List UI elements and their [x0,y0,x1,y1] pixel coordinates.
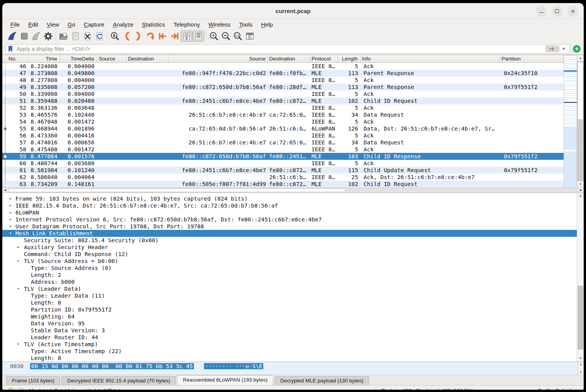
collapsed-arrow-icon[interactable]: ▸ [9,223,12,230]
column-header-length[interactable]: Length [338,55,360,62]
expanded-arrow-icon[interactable]: ▾ [17,341,20,348]
detail-line[interactable]: ▾TLV (Source Address = b0:00) [2,258,577,265]
menu-view[interactable]: View [42,20,63,28]
zoom-in-button[interactable] [208,30,220,42]
scroll-up-icon[interactable]: ▲ [580,363,581,366]
minimize-button[interactable] [536,6,547,17]
packet-row-54[interactable]: 548.4670480.001472IEEE 8…5Ack [2,118,564,125]
go-last-button[interactable] [168,30,180,42]
packet-list-scrollbar-thumb[interactable] [578,62,583,120]
reload-file-button[interactable] [93,30,105,42]
zoom-out-button[interactable] [220,30,232,42]
titlebar[interactable]: current.pcap ✕ [2,3,584,19]
bytes-pane-scrollbar[interactable]: ▲▼ [578,362,584,375]
status-profile[interactable]: Profile: Default [538,388,572,390]
capture-comment-icon[interactable] [18,388,24,390]
detail-line[interactable]: Data Version: 95 [2,320,577,327]
column-header-time[interactable]: Time [28,55,60,62]
maximize-button[interactable] [552,6,562,17]
byte-view-tab[interactable]: Frame (103 bytes) [6,376,60,385]
detail-line[interactable]: ▾TLV (Active Timestamp) [2,341,577,348]
capture-options-button[interactable] [42,30,54,42]
menu-tools[interactable]: Tools [235,20,257,28]
detail-line[interactable]: Partition ID: 0x79f551f2 [2,306,577,313]
display-filter-field[interactable]: ▼ [5,44,570,54]
detail-line[interactable]: ▾Mesh Link Establishment [2,230,577,237]
byte-view-tab[interactable]: Reassembled 6LoWPAN (193 bytes) [177,375,273,385]
packet-row-52[interactable]: 528.3631360.003648IEEE 8…5Ack [2,104,564,111]
go-to-packet-button[interactable] [145,30,157,42]
restart-capture-button[interactable] [30,30,42,42]
expanded-arrow-icon[interactable]: ▾ [17,285,20,292]
menu-edit[interactable]: Edit [24,20,42,28]
menu-telephony[interactable]: Telephony [169,20,204,28]
packet-row-46[interactable]: 468.2240080.004000IEEE 8…5Ack [2,63,564,70]
zoom-original-button[interactable]: 1:1 [232,30,244,42]
menu-capture[interactable]: Capture [79,20,108,28]
byte-view-tab[interactable]: Decrypted MLE payload (130 bytes) [274,376,369,385]
packet-row-48[interactable]: 488.2778080.004000IEEE 8…5Ack [2,77,564,84]
scroll-down-icon[interactable]: ▼ [577,181,584,188]
detail-line[interactable]: Length: 2 [2,271,577,278]
detail-line[interactable]: ▸IEEE 802.15.4 Data, Dst: 26:51:c6:b7:e8… [2,202,577,209]
hscrollbar-thumb[interactable] [8,188,345,192]
details-scrollbar-thumb[interactable] [578,286,583,350]
details-scrollbar[interactable]: ▲ ▼ [577,193,584,362]
detail-line[interactable]: ▸Internet Protocol Version 6, Src: fe80:… [2,216,577,223]
column-header-destination[interactable]: Destination [126,55,169,62]
packet-row-51[interactable]: 518.3594880.020480fe80::2451:c6b7:e8ce:4… [2,97,564,104]
packet-row-58[interactable]: 588.4754880.001472IEEE 8…5Ack [2,146,564,153]
collapsed-arrow-icon[interactable]: ▸ [17,244,20,251]
go-forward-button[interactable] [133,30,145,42]
start-capture-button[interactable] [6,30,18,42]
packet-row-62[interactable]: 628.5860480.00406426:51:c6:b…IEEE 8…25Ac… [2,174,564,181]
packet-row-47[interactable]: 478.2738080.049800fe80::947f:f476:22bc:c… [2,70,564,77]
column-header-protocol[interactable]: Protocol [310,55,338,62]
detail-line[interactable]: Stable Data Version: 3 [2,327,577,334]
expert-info-icon[interactable] [8,388,13,390]
column-header-partition[interactable]: Partition [500,55,564,62]
hex-row[interactable]: 003000 15 0d 00 00 00 00 00 00 00 01 75 … [2,362,263,375]
filter-bookmark-icon[interactable] [7,45,14,52]
scroll-up-icon[interactable]: ▲ [577,193,584,199]
hex-bytes-selected[interactable]: 00 15 0d 00 00 00 00 00 00 00 01 75 bb 5… [30,363,194,369]
scroll-up-icon[interactable]: ▲ [577,55,584,61]
packet-row-56[interactable]: 568.4733600.004416IEEE 8…5Ack [2,132,564,139]
packet-row-55[interactable]: 558.4689440.001896ca:72:65:0d:b7:b8:56:a… [2,125,564,132]
detail-line[interactable]: Command: Child ID Response (12) [2,251,577,258]
packet-list-hscrollbar[interactable]: ◀ ▶ [2,188,584,193]
expanded-arrow-icon[interactable]: ▾ [17,258,20,265]
packet-row-63[interactable]: 638.7342090.148161fe80::505e:f807:7f81:4… [2,181,564,188]
packet-row-60[interactable]: 608.4807440.003680IEEE 8…5Ack [2,160,564,167]
column-header-source[interactable]: Source [97,55,126,62]
collapsed-arrow-icon[interactable]: ▸ [9,209,12,216]
detail-line[interactable]: ▸User Datagram Protocol, Src Port: 19788… [2,223,577,230]
scroll-left-icon[interactable]: ◀ [2,188,8,193]
resize-columns-button[interactable] [244,30,256,42]
scroll-down-icon[interactable]: ▼ [580,371,581,374]
detail-line[interactable]: Leader Router ID: 44 [2,334,577,341]
save-file-button[interactable] [69,30,81,42]
detail-line[interactable]: ▾TLV (Leader Data) [2,285,577,292]
detail-line[interactable]: Length: 8 [2,299,577,306]
column-header-no[interactable]: No. [8,55,28,62]
detail-line[interactable]: Type: Active Timestamp (22) [2,348,577,355]
collapsed-arrow-icon[interactable]: ▸ [9,202,12,209]
collapsed-arrow-icon[interactable]: ▸ [9,195,12,202]
packet-row-50[interactable]: 508.3390080.004000IEEE 8…5Ack [2,90,564,97]
colorize-button[interactable] [192,30,204,42]
column-header-source[interactable]: Source [169,55,268,62]
packet-row-57[interactable]: 578.4740160.00065626:51:c6:b7:e8:ce:4b:e… [2,139,564,146]
detail-line[interactable]: ▸Frame 59: 103 bytes on wire (824 bits),… [2,195,577,202]
detail-line[interactable]: Type: Leader Data (11) [2,292,577,299]
column-header-destination[interactable]: Destination [268,55,310,62]
detail-line[interactable]: Address: b000 [2,278,577,285]
menu-analyze[interactable]: Analyze [109,20,138,28]
find-packet-button[interactable]: A [109,30,121,42]
display-filter-input[interactable] [14,46,546,52]
filter-dropdown-caret[interactable]: ▼ [559,47,568,51]
stop-capture-button[interactable] [18,30,30,42]
packet-list-scrollbar[interactable]: ▲ ▼ [577,55,584,188]
detail-line[interactable]: Weighting: 64 [2,313,577,320]
detail-line[interactable]: Security Suite: 802.15.4 Security (0x00) [2,237,577,244]
